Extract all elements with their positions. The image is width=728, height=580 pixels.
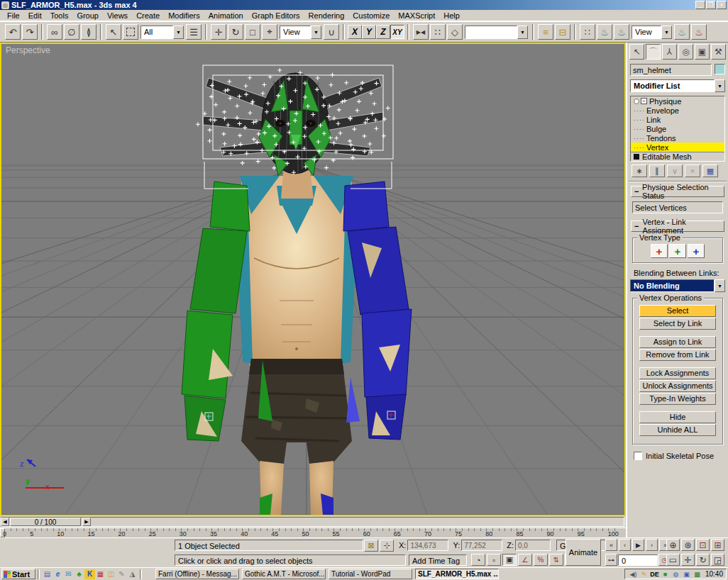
current-frame-field[interactable]: 0: [618, 554, 658, 566]
chevron-down-icon[interactable]: ▼: [517, 26, 528, 39]
menu-item[interactable]: Views: [103, 11, 132, 21]
collapse-icon[interactable]: −: [641, 98, 647, 104]
add-time-tag-field[interactable]: Add Time Tag: [409, 554, 467, 566]
paint-icon[interactable]: ✎: [116, 569, 127, 579]
track-view-icon[interactable]: ≡: [538, 24, 553, 40]
menu-item[interactable]: Create: [132, 11, 164, 21]
assign-to-link-button[interactable]: Assign to Link: [639, 336, 716, 348]
previous-frame-icon[interactable]: ‹: [619, 539, 631, 551]
select-and-scale-icon[interactable]: □: [245, 24, 260, 40]
array-icon[interactable]: ∷: [430, 24, 446, 40]
menu-item[interactable]: Customize: [348, 11, 394, 21]
time-slider-track[interactable]: [1, 517, 624, 527]
min-max-toggle-icon[interactable]: ◲: [711, 554, 724, 566]
restrict-xy-plane-button[interactable]: XY: [390, 25, 404, 39]
notes-icon[interactable]: ◫: [106, 569, 116, 579]
stack-item-envelope[interactable]: ····Envelope: [631, 106, 724, 115]
blending-dropdown[interactable]: No Blending ▼: [630, 279, 725, 292]
rollout-physique-selection-status[interactable]: − Physique Selection Status: [631, 186, 724, 197]
chevron-down-icon[interactable]: ▼: [715, 79, 725, 92]
render-type-dropdown[interactable]: View ▼: [632, 26, 672, 39]
show-end-result-icon[interactable]: ∥: [649, 164, 665, 177]
animate-button[interactable]: Animate: [566, 539, 601, 566]
select-and-rotate-icon[interactable]: ↻: [228, 24, 243, 40]
menu-item[interactable]: Edit: [24, 11, 46, 21]
absolute-offset-icon[interactable]: ⊹: [380, 540, 394, 552]
taskbar-task-button[interactable]: Gothic A.M.T - Microsof...: [242, 569, 326, 579]
unhide-all-button[interactable]: Unhide ALL: [639, 424, 716, 436]
next-frame-icon[interactable]: ›: [646, 539, 658, 551]
unlock-assignments-button[interactable]: Unlock Assignments: [639, 380, 716, 392]
start-button[interactable]: Start: [1, 569, 35, 579]
track-bar[interactable]: 0510152025303540455055606570758085909510…: [0, 528, 626, 537]
region-zoom-icon[interactable]: ▭: [666, 554, 680, 566]
viewport-label[interactable]: Perspective: [6, 45, 50, 55]
select-by-link-button[interactable]: Select by Link: [639, 318, 716, 330]
menu-item[interactable]: File: [3, 11, 24, 21]
display-settings-icon[interactable]: ▣: [682, 570, 691, 579]
pan-icon[interactable]: ✛: [681, 554, 695, 566]
remove-from-link-button[interactable]: Remove from Link: [639, 349, 716, 361]
bind-to-spacewarp-icon[interactable]: ≬: [81, 24, 96, 40]
degradation-override-icon[interactable]: ◔: [471, 554, 485, 566]
character-model[interactable]: [182, 65, 412, 515]
material-editor-icon[interactable]: ∷: [580, 24, 595, 40]
zoom-extents-all-icon[interactable]: ⊞: [711, 539, 724, 551]
taskbar-task-button[interactable]: Farri (Offline) - Messag...: [155, 569, 239, 579]
crossing-selection-icon[interactable]: ▫: [487, 554, 501, 566]
menu-item[interactable]: Tools: [46, 11, 73, 21]
align-icon[interactable]: ◇: [447, 24, 463, 40]
restrict-z-button[interactable]: Z: [376, 25, 390, 39]
go-to-start-icon[interactable]: «: [605, 539, 617, 551]
network-icon[interactable]: ◍: [671, 570, 680, 579]
taskbar-task-button[interactable]: Tutorial - WordPad: [329, 569, 412, 579]
render-last-icon[interactable]: ♨: [674, 24, 690, 40]
pin-stack-icon[interactable]: ∗: [632, 164, 647, 177]
tab-utilities-icon[interactable]: ⚒: [711, 44, 726, 60]
tab-hierarchy-icon[interactable]: ⅄: [662, 44, 677, 60]
use-center-icon[interactable]: ∪: [324, 24, 339, 40]
chevron-down-icon[interactable]: ▼: [311, 26, 321, 39]
deformable-vertex-icon[interactable]: +: [669, 244, 686, 258]
stack-item-bulge[interactable]: ····Bulge: [631, 124, 724, 133]
make-unique-icon[interactable]: ∨: [667, 164, 683, 177]
zoom-all-icon[interactable]: ⊛: [681, 539, 695, 551]
select-and-link-icon[interactable]: ∞: [47, 24, 62, 40]
select-button[interactable]: Select: [639, 305, 716, 317]
menu-item[interactable]: Modifiers: [164, 11, 204, 21]
chevron-down-icon[interactable]: ▼: [661, 26, 672, 39]
modifier-list-dropdown[interactable]: Modifier List ▼: [630, 79, 725, 92]
stack-item-tendons[interactable]: ····Tendons: [631, 133, 724, 143]
object-color-swatch[interactable]: [715, 64, 725, 74]
perspective-viewport[interactable]: Perspective: [0, 43, 626, 516]
object-name-field[interactable]: sm_helmet: [630, 64, 712, 76]
undo-icon[interactable]: ↶: [5, 24, 21, 40]
root-vertex-icon[interactable]: +: [688, 244, 705, 258]
previous-frame-arrow-icon[interactable]: ◀: [1, 518, 9, 526]
stack-item-editable-mesh[interactable]: Editable Mesh: [631, 152, 724, 161]
chevron-down-icon[interactable]: ▼: [173, 26, 184, 39]
antivirus-icon[interactable]: ■: [661, 570, 670, 579]
zoom-extents-icon[interactable]: ⊡: [696, 539, 710, 551]
coord-system-dropdown[interactable]: View ▼: [280, 26, 321, 39]
kazaa-icon[interactable]: K: [84, 569, 95, 579]
tab-modify-icon[interactable]: ⌒: [646, 44, 661, 60]
selection-lock-icon[interactable]: ⊠: [364, 540, 378, 552]
chevron-down-icon[interactable]: ▼: [715, 279, 725, 292]
select-object-icon[interactable]: ↖: [106, 24, 121, 40]
menu-item[interactable]: MAXScript: [394, 11, 439, 21]
close-button[interactable]: ×: [717, 1, 727, 9]
selection-region-icon[interactable]: [123, 24, 138, 40]
type-in-weights-button[interactable]: Type-In Weights: [639, 393, 716, 405]
restrict-y-button[interactable]: Y: [362, 25, 376, 39]
scheduler-icon[interactable]: ▩: [693, 570, 702, 579]
arc-rotate-icon[interactable]: ↻: [696, 554, 710, 566]
stack-item-link[interactable]: ····Link: [631, 115, 724, 124]
quick-render-icon[interactable]: ♨: [691, 24, 707, 40]
rollout-vertex-link-assignment[interactable]: − Vertex - Link Assignment: [631, 221, 724, 232]
redo-icon[interactable]: ↷: [22, 24, 38, 40]
language-indicator[interactable]: DE: [650, 570, 659, 579]
menu-item[interactable]: Help: [439, 11, 464, 21]
angle-snap-icon[interactable]: ∠: [518, 554, 532, 566]
y-coordinate-field[interactable]: 77,252: [461, 540, 502, 551]
